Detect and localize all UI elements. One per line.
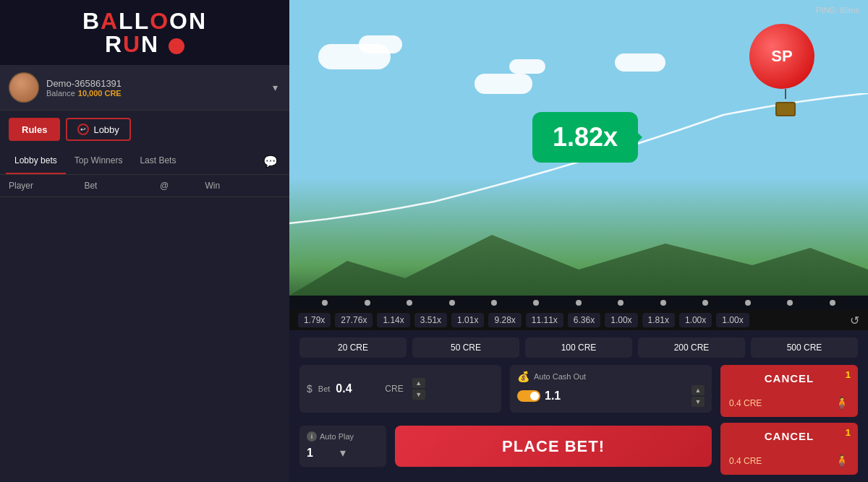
chip-100[interactable]: 100 CRE — [525, 337, 632, 358]
cashout-bottom: ▲ ▼ — [517, 385, 705, 407]
col-at: @ — [160, 181, 205, 191]
hist-item-11: 1.00x — [716, 313, 749, 327]
cashout-top: 💰 Auto Cash Out — [517, 371, 705, 382]
balance-label: Balance — [46, 89, 75, 98]
balloon: SP — [749, 24, 822, 111]
hist-item-4: 1.01x — [451, 313, 484, 327]
dot-10 — [702, 300, 708, 306]
cashout-spin-up[interactable]: ▲ — [692, 385, 705, 395]
avatar-face — [10, 74, 38, 101]
autoplay-top: i Auto Play — [307, 431, 379, 442]
bet-spin-down[interactable]: ▼ — [412, 390, 425, 400]
betting-controls: 20 CRE 50 CRE 100 CRE 200 CRE 500 CRE $ … — [289, 330, 868, 482]
avatar — [9, 72, 39, 103]
cancel-amount-1: 0.4 CRE — [729, 398, 762, 408]
lobby-list — [0, 197, 289, 482]
cashout-toggle[interactable] — [517, 390, 540, 402]
dot-3 — [407, 300, 412, 306]
hist-item-0: 1.79x — [298, 313, 331, 327]
bet-label: Bet — [318, 384, 331, 393]
person-icon-1: 🧍 — [835, 396, 849, 410]
bet-input[interactable] — [336, 382, 379, 395]
tab-lobby-bets[interactable]: Lobby bets — [6, 148, 66, 174]
right-panel: PING: 80ms 1.82x SP — [289, 0, 868, 482]
dot-7 — [576, 300, 582, 306]
cancel-button-2[interactable]: 1 CANCEL 0.4 CRE 🧍 — [720, 423, 858, 475]
cancel-badge-2: 1 — [846, 427, 851, 438]
hist-item-10: 1.00x — [679, 313, 712, 327]
autoplay-label: Auto Play — [320, 432, 354, 441]
bet-spin-up[interactable]: ▲ — [412, 378, 425, 388]
autoplay-group: i Auto Play 1 ▾ — [299, 426, 386, 467]
autoplay-bottom: 1 ▾ — [307, 444, 379, 461]
cancel-amount-2: 0.4 CRE — [729, 456, 762, 466]
col-player: Player — [9, 181, 84, 191]
balloon-logo: SP — [771, 47, 792, 66]
lobby-button[interactable]: ↩ Lobby — [66, 118, 130, 141]
dollar-icon: $ — [307, 383, 312, 395]
cancel-badge-1: 1 — [846, 369, 851, 380]
left-panel: BALLOONRUN SP Demo-365861391 Balance 10,… — [0, 0, 289, 482]
cancel-label-2: CANCEL — [729, 430, 849, 442]
col-bet: Bet — [84, 181, 159, 191]
dot-2 — [365, 300, 370, 306]
dot-9 — [660, 300, 666, 306]
multiplier-value: 1.82x — [553, 122, 618, 152]
lobby-button-label: Lobby — [93, 124, 119, 135]
table-header: Player Bet @ Win — [0, 175, 289, 197]
tabs-row: Lobby bets Top Winners Last Bets 💬 — [0, 148, 289, 175]
bet-currency: CRE — [385, 384, 403, 394]
dot-11 — [745, 300, 751, 306]
dot-12 — [787, 300, 793, 306]
dot-1 — [322, 300, 328, 306]
balloon-rope — [785, 89, 786, 99]
game-logo: BALLOONRUN SP — [82, 9, 207, 56]
hist-item-1: 27.76x — [335, 313, 373, 327]
chip-500[interactable]: 500 CRE — [751, 337, 858, 358]
col-win: Win — [205, 181, 281, 191]
history-refresh-icon[interactable]: ↺ — [850, 314, 859, 327]
autoplay-info-icon[interactable]: i — [307, 431, 317, 442]
tab-top-winners[interactable]: Top Winners — [66, 148, 132, 174]
game-canvas: PING: 80ms 1.82x SP — [289, 0, 868, 296]
hist-item-6: 11.11x — [526, 313, 563, 327]
place-bet-button[interactable]: PLACE BET! — [395, 426, 712, 467]
autoplay-dropdown[interactable]: ▾ — [339, 444, 347, 461]
logo-badge: SP — [169, 38, 184, 54]
dot-13 — [830, 300, 835, 306]
chip-200[interactable]: 200 CRE — [638, 337, 745, 358]
user-dropdown-arrow[interactable]: ▾ — [270, 79, 281, 96]
user-info: Demo-365861391 Balance 10,000 CRE — [46, 78, 263, 98]
cloud-2 — [359, 35, 402, 53]
dot-5 — [491, 300, 497, 306]
main-controls-row: $ Bet CRE ▲ ▼ 💰 Auto Cash Out — [299, 365, 858, 475]
chat-icon[interactable]: 💬 — [258, 149, 284, 174]
mountain-bg — [289, 209, 868, 296]
balloon-body: SP — [749, 24, 814, 89]
dot-4 — [449, 300, 455, 306]
cloud-5 — [615, 53, 665, 72]
multiplier-bubble: 1.82x — [532, 112, 638, 163]
hist-item-8: 1.00x — [605, 313, 637, 327]
dot-8 — [618, 300, 624, 306]
cancel-button-1[interactable]: 1 CANCEL 0.4 CRE 🧍 — [720, 365, 858, 417]
hist-item-9: 1.81x — [642, 313, 675, 327]
autoplay-value: 1 — [307, 447, 336, 460]
bet-input-group: $ Bet CRE ▲ ▼ — [299, 365, 501, 413]
tab-last-bets[interactable]: Last Bets — [131, 148, 184, 174]
cancel-label-1: CANCEL — [729, 372, 849, 384]
dot-6 — [533, 300, 539, 306]
rules-button[interactable]: Rules — [9, 118, 60, 141]
bet-amounts-row: 20 CRE 50 CRE 100 CRE 200 CRE 500 CRE — [299, 337, 858, 358]
cloud-3 — [475, 74, 532, 94]
bottom-row: i Auto Play 1 ▾ PLACE BET! — [299, 426, 712, 467]
logo-area: BALLOONRUN SP — [0, 0, 289, 65]
chip-50[interactable]: 50 CRE — [412, 337, 519, 358]
chip-20[interactable]: 20 CRE — [299, 337, 407, 358]
hist-item-5: 9.28x — [488, 313, 521, 327]
cashout-input[interactable] — [545, 390, 581, 403]
hist-item-7: 6.36x — [568, 313, 600, 327]
cashout-spin-down[interactable]: ▼ — [692, 397, 705, 407]
timeline-dots — [289, 296, 868, 310]
bet-spin-buttons: ▲ ▼ — [412, 378, 425, 400]
